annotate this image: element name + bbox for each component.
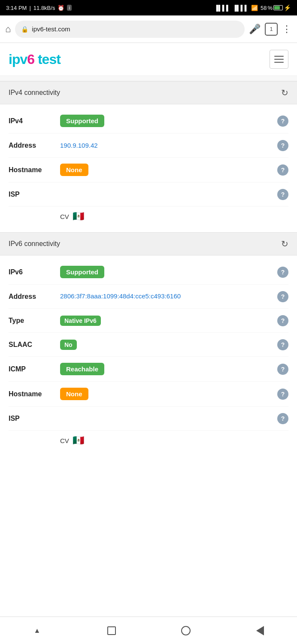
ipv6-isp-label: ISP: [9, 415, 60, 422]
square-button[interactable]: [99, 622, 124, 639]
ipv4-cv-row: CV 🇲🇽: [9, 207, 288, 224]
back-button[interactable]: ▲: [24, 622, 50, 639]
ipv6-type-value: Native IPv6: [60, 316, 276, 326]
ipv4-address-value[interactable]: 190.9.109.42: [60, 142, 276, 149]
ipv6-cv-text: CV: [60, 437, 69, 444]
ipv4-flag-icon: 🇲🇽: [73, 211, 84, 222]
url-text: ipv6-test.com: [32, 25, 70, 33]
ipv4-isp-help[interactable]: ?: [276, 189, 288, 200]
ipv6-slaac-help-icon[interactable]: ?: [277, 339, 288, 350]
ipv6-address-help-icon[interactable]: ?: [277, 291, 288, 302]
ipv6-status-row: IPv6 Supported ?: [9, 260, 288, 285]
status-left: 3:14 PM | 11.8kB/s ⏰ i: [6, 5, 72, 11]
ipv4-address-label: Address: [9, 142, 60, 149]
triangle-icon: [256, 626, 264, 635]
ipv4-section-title: IPv4 connectivity: [9, 89, 60, 97]
status-right: ▐▌▌▌ ▐▌▌▌ 📶 58% ⚡: [214, 4, 291, 11]
ipv4-address-help[interactable]: ?: [276, 140, 288, 151]
ipv6-address-link[interactable]: 2806:3f7:8aaa:1099:48d4:cce5:c493:6160: [60, 292, 181, 300]
charging-icon: ⚡: [284, 4, 291, 11]
battery-percent: 58: [261, 5, 267, 11]
ipv4-address-link[interactable]: 190.9.109.42: [60, 142, 98, 149]
ipv6-slaac-label: SLAAC: [9, 341, 60, 349]
ipv6-value: Supported: [60, 266, 276, 278]
ipv4-help[interactable]: ?: [276, 115, 288, 127]
ipv6-hostname-label: Hostname: [9, 390, 60, 398]
ipv4-refresh-button[interactable]: ↻: [281, 88, 288, 98]
ipv6-refresh-button[interactable]: ↻: [281, 239, 288, 249]
ipv6-address-label: Address: [9, 293, 60, 301]
ipv6-type-help[interactable]: ?: [276, 315, 288, 326]
ipv4-isp-help-icon[interactable]: ?: [277, 189, 288, 200]
ipv6-hostname-help[interactable]: ?: [276, 389, 288, 400]
ipv6-help-icon[interactable]: ?: [277, 267, 288, 278]
ipv6-type-help-icon[interactable]: ?: [277, 315, 288, 326]
network-speed: 11.8kB/s: [33, 5, 55, 11]
ipv6-isp-help-icon[interactable]: ?: [277, 413, 288, 424]
ipv6-type-label: Type: [9, 317, 60, 325]
browser-menu-button[interactable]: ⋮: [282, 24, 292, 35]
back-nav-button[interactable]: [247, 622, 273, 639]
site-logo: ipv6 test: [9, 52, 61, 67]
speed: |: [29, 5, 30, 11]
alarm-icon: ⏰: [58, 5, 64, 11]
site-header: ipv6 test: [0, 43, 297, 76]
wifi-icon: 📶: [251, 5, 258, 11]
battery-icon: 58% ⚡: [261, 4, 291, 11]
ipv6-section-title: IPv6 connectivity: [9, 240, 60, 248]
ipv6-section-header: IPv6 connectivity ↻: [0, 232, 297, 255]
chevron-up-icon: ▲: [34, 627, 41, 635]
tabs-count: 1: [270, 26, 273, 32]
tabs-button[interactable]: 1: [265, 23, 278, 36]
hamburger-line-3: [274, 62, 284, 63]
ipv4-address-help-icon[interactable]: ?: [277, 140, 288, 151]
url-bar[interactable]: 🔒 ipv6-test.com: [15, 21, 245, 38]
ipv6-hostname-badge: None: [60, 388, 88, 400]
logo-test: test: [34, 52, 61, 67]
ipv6-flag-icon: 🇲🇽: [73, 435, 84, 446]
ipv6-hostname-row: Hostname None ?: [9, 382, 288, 407]
ipv4-hostname-help-icon[interactable]: ?: [277, 164, 288, 176]
bottom-nav-bar: ▲: [0, 617, 297, 644]
ipv6-address-help[interactable]: ?: [276, 291, 288, 302]
ipv4-hostname-value: None: [60, 164, 276, 176]
home-button[interactable]: ⌂: [5, 24, 11, 35]
hamburger-line-2: [274, 59, 284, 60]
battery-fill: [274, 6, 280, 9]
ipv6-icmp-help-icon[interactable]: ?: [277, 364, 288, 375]
ipv6-icmp-row: ICMP Reachable ?: [9, 357, 288, 382]
hamburger-menu-button[interactable]: [270, 50, 288, 69]
ipv6-slaac-help[interactable]: ?: [276, 339, 288, 350]
status-bar: 3:14 PM | 11.8kB/s ⏰ i ▐▌▌▌ ▐▌▌▌ 📶 58% ⚡: [0, 0, 297, 15]
home-nav-button[interactable]: [173, 622, 199, 639]
microphone-button[interactable]: 🎤: [249, 24, 261, 35]
ipv6-hostname-help-icon[interactable]: ?: [277, 389, 288, 400]
ipv6-icmp-label: ICMP: [9, 365, 60, 373]
ipv6-slaac-badge: No: [60, 340, 77, 350]
ipv4-hostname-help[interactable]: ?: [276, 164, 288, 176]
ipv6-type-badge: Native IPv6: [60, 316, 101, 326]
info-icon: i: [67, 5, 71, 11]
ipv4-section-header: IPv4 connectivity ↻: [0, 81, 297, 104]
ipv6-type-row: Type Native IPv6 ?: [9, 309, 288, 333]
ipv4-label: IPv4: [9, 117, 60, 125]
ipv4-status-row: IPv4 Supported ?: [9, 109, 288, 134]
ipv6-icmp-value: Reachable: [60, 363, 276, 375]
ipv4-isp-row: ISP ?: [9, 182, 288, 207]
ipv4-value: Supported: [60, 115, 276, 127]
ipv4-cv-text: CV: [60, 213, 69, 220]
ipv6-section-content: IPv6 Supported ? Address 2806:3f7:8aaa:1…: [0, 255, 297, 456]
ipv6-help[interactable]: ?: [276, 267, 288, 278]
ipv6-cv-row: CV 🇲🇽: [9, 431, 288, 448]
browser-bar: ⌂ 🔒 ipv6-test.com 🎤 1 ⋮: [0, 15, 297, 43]
ipv6-supported-badge: Supported: [60, 266, 104, 278]
circle-icon: [181, 626, 191, 635]
lock-icon: 🔒: [21, 26, 28, 33]
signal-icon: ▐▌▌▌: [214, 5, 230, 11]
time: 3:14 PM: [6, 5, 27, 11]
ipv6-isp-help[interactable]: ?: [276, 413, 288, 424]
ipv6-icmp-help[interactable]: ?: [276, 364, 288, 375]
ipv6-address-value[interactable]: 2806:3f7:8aaa:1099:48d4:cce5:c493:6160: [60, 292, 276, 301]
square-icon: [107, 626, 116, 635]
ipv4-help-icon[interactable]: ?: [277, 115, 288, 127]
